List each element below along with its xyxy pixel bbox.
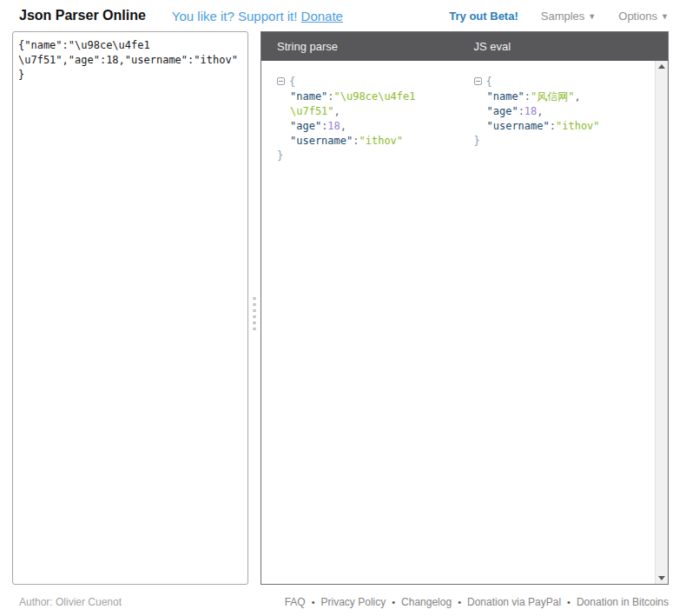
token-number: 18 bbox=[524, 105, 537, 117]
support-label: You like it? Support it! bbox=[172, 9, 298, 23]
js-eval-column-title: JS eval bbox=[458, 32, 656, 61]
top-bar: Json Parser Online You like it? Support … bbox=[0, 0, 686, 31]
result-panel-header: String parse JS eval bbox=[261, 32, 668, 61]
tree-row: \u7f51", bbox=[277, 104, 450, 119]
collapse-toggle-icon[interactable] bbox=[474, 77, 482, 85]
tree-row: } bbox=[474, 134, 647, 149]
token-punct: , bbox=[340, 120, 346, 132]
token-key: "username" bbox=[487, 120, 550, 132]
options-menu[interactable]: Options▼ bbox=[618, 10, 669, 23]
token-key: "age" bbox=[487, 105, 518, 117]
tree-row: { bbox=[277, 75, 450, 89]
footer-link[interactable]: Changelog bbox=[401, 596, 452, 608]
result-panel: String parse JS eval {"name":"\u98ce\u4f… bbox=[261, 31, 669, 585]
token-brace: { bbox=[486, 76, 492, 88]
tree-row: "name":"\u98ce\u4fe1 bbox=[277, 89, 450, 104]
footer-links: FAQ•Privacy Policy•Changelog•Donation vi… bbox=[285, 596, 669, 608]
token-punct: , bbox=[334, 105, 340, 117]
footer-link[interactable]: Donation via PayPal bbox=[467, 596, 561, 608]
token-brace: } bbox=[277, 149, 283, 162]
chevron-down-icon: ▼ bbox=[588, 12, 596, 21]
string-parse-column-title: String parse bbox=[261, 32, 458, 61]
tree-row: "username":"ithov" bbox=[277, 134, 450, 149]
collapse-toggle-icon[interactable] bbox=[277, 77, 285, 85]
js-eval-tree: {"name":"风信网","age":18,"username":"ithov… bbox=[458, 61, 656, 584]
tree-row: "name":"风信网", bbox=[474, 89, 647, 104]
tree-row: } bbox=[277, 149, 450, 163]
tree-row: "age":18, bbox=[474, 104, 647, 119]
tree-row: { bbox=[474, 75, 647, 89]
json-source-input[interactable]: {"name":"\u98ce\u4fe1 \u7f51","age":18,"… bbox=[12, 31, 248, 585]
token-string: \u7f51" bbox=[290, 105, 334, 117]
token-key: "name" bbox=[290, 90, 327, 103]
donate-link[interactable]: Donate bbox=[301, 9, 343, 23]
scroll-down-icon[interactable] bbox=[658, 576, 665, 580]
token-string: "风信网" bbox=[531, 90, 574, 103]
vertical-scrollbar[interactable] bbox=[655, 61, 668, 584]
token-punct: , bbox=[575, 90, 581, 103]
token-string: "ithov" bbox=[556, 120, 600, 132]
token-key: "username" bbox=[290, 135, 353, 147]
tree-row: "age":18, bbox=[277, 119, 450, 134]
token-number: 18 bbox=[327, 120, 340, 132]
bullet-separator: • bbox=[458, 597, 461, 607]
main-area: {"name":"\u98ce\u4fe1 \u7f51","age":18,"… bbox=[0, 31, 686, 585]
result-panel-body: {"name":"\u98ce\u4fe1\u7f51","age":18,"u… bbox=[261, 61, 668, 584]
token-punct: : bbox=[518, 105, 524, 117]
token-brace: { bbox=[289, 76, 295, 88]
footer-link[interactable]: Donation in Bitcoins bbox=[577, 596, 669, 608]
bullet-separator: • bbox=[392, 597, 395, 607]
token-brace: } bbox=[474, 135, 480, 147]
tree-row: "username":"ithov" bbox=[474, 119, 647, 134]
samples-menu[interactable]: Samples▼ bbox=[541, 10, 597, 23]
token-key: "name" bbox=[487, 90, 524, 103]
footer: Author: Olivier Cuenot FAQ•Privacy Polic… bbox=[0, 585, 686, 608]
author-credit: Author: Olivier Cuenot bbox=[19, 596, 122, 608]
footer-link[interactable]: FAQ bbox=[285, 596, 306, 608]
bullet-separator: • bbox=[312, 597, 315, 607]
token-punct: : bbox=[550, 120, 556, 132]
grip-dots-icon bbox=[254, 297, 256, 330]
panel-resize-handle[interactable] bbox=[248, 31, 261, 585]
token-string: "ithov" bbox=[359, 135, 403, 147]
string-parse-tree: {"name":"\u98ce\u4fe1\u7f51","age":18,"u… bbox=[261, 61, 458, 584]
try-beta-link[interactable]: Try out Beta! bbox=[449, 10, 518, 23]
token-punct: : bbox=[524, 90, 531, 103]
token-string: "\u98ce\u4fe1 bbox=[334, 90, 416, 103]
page-title: Json Parser Online bbox=[19, 8, 146, 23]
token-punct: : bbox=[327, 90, 333, 103]
token-punct: , bbox=[537, 105, 543, 117]
token-key: "age" bbox=[290, 120, 321, 132]
support-text: You like it? Support it! Donate bbox=[172, 9, 343, 23]
chevron-down-icon: ▼ bbox=[661, 12, 669, 21]
scroll-up-icon[interactable] bbox=[658, 64, 665, 69]
footer-link[interactable]: Privacy Policy bbox=[321, 596, 386, 608]
bullet-separator: • bbox=[567, 597, 571, 607]
header-menu-group: Try out Beta! Samples▼ Options▼ bbox=[449, 10, 669, 23]
